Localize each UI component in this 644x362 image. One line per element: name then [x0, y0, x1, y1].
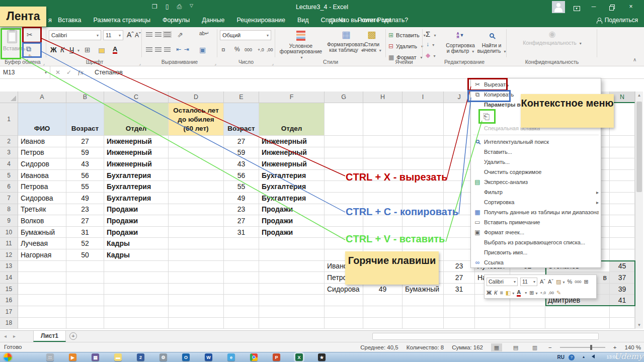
increase-decimal-icon[interactable]: +,0 [258, 48, 264, 52]
cell[interactable] [66, 295, 104, 306]
cell[interactable]: 23 [224, 204, 259, 216]
cell[interactable] [169, 261, 224, 273]
cell[interactable]: Бухгалтерия [104, 170, 169, 182]
cell[interactable] [403, 103, 444, 136]
cell[interactable]: 45 [610, 261, 635, 273]
select-all-corner[interactable] [0, 92, 18, 103]
mini-merge-icon[interactable]: ⊞ [584, 279, 589, 285]
cell[interactable]: 27 [224, 215, 259, 227]
row-header[interactable]: 3 [0, 147, 18, 159]
row-header[interactable]: 4 [0, 158, 18, 170]
menu-item-delete-cells[interactable]: Удалить... [471, 157, 601, 167]
dialog-launcher-icon[interactable]: ⌟ [139, 61, 141, 66]
cell[interactable]: 59 [66, 147, 104, 159]
mini-font-color-dropdown-icon[interactable]: ▾ [525, 291, 527, 295]
taskbar-media-player[interactable]: ▶ [69, 353, 76, 361]
cell[interactable]: 39 [610, 284, 635, 295]
menu-item-pick-from-list[interactable]: Выбрать из раскрывающегося списка... [471, 237, 601, 247]
tray-expand-icon[interactable]: ▴ [583, 354, 585, 359]
cell[interactable] [259, 306, 325, 318]
mini-italic-icon[interactable]: К [494, 290, 497, 296]
underline-dropdown-icon[interactable]: ▾ [77, 49, 79, 53]
close-button[interactable]: × [624, 3, 638, 10]
cell[interactable]: 49 [363, 284, 403, 295]
menu-item-format-cells[interactable]: ▣Формат ячеек... [471, 227, 601, 237]
paste-button[interactable]: Вставить [3, 29, 21, 58]
cell[interactable] [610, 136, 635, 147]
font-color-icon[interactable]: А [113, 46, 117, 54]
column-header[interactable]: I [403, 92, 444, 103]
cell[interactable] [169, 238, 224, 249]
menu-item-clear-contents[interactable]: Очистить содержимое [471, 167, 601, 177]
cell[interactable] [610, 170, 635, 182]
cell[interactable] [259, 261, 325, 273]
row-header[interactable]: 8 [0, 204, 18, 216]
cell[interactable] [66, 272, 104, 284]
cell[interactable] [403, 318, 444, 329]
cell[interactable] [325, 147, 363, 159]
minimize-button[interactable]: ─ [587, 3, 601, 10]
currency-icon[interactable]: ¤ [221, 46, 225, 53]
cell[interactable] [259, 272, 325, 284]
cell[interactable] [403, 136, 444, 147]
cell[interactable] [169, 193, 224, 204]
ribbon-tab[interactable]: Рецензирование [236, 17, 285, 24]
cell[interactable]: Сидорова [325, 284, 363, 295]
cell[interactable] [169, 170, 224, 182]
cell[interactable]: Инженерный [104, 136, 169, 147]
mini-brush-icon[interactable]: ✎ [556, 290, 561, 296]
decrease-decimal-icon[interactable]: ,00 [267, 48, 273, 52]
column-header[interactable]: E [224, 92, 259, 103]
scroll-up-icon[interactable]: ▲ [635, 93, 643, 98]
cell-styles-button[interactable]: ▩ Стили ячеек ▾ [360, 29, 383, 53]
share-button[interactable]: Поделиться [596, 17, 638, 24]
dialog-launcher-icon[interactable]: ⌟ [43, 61, 45, 66]
autosum-icon[interactable]: Σ ▾ [426, 30, 436, 38]
taskbar-photoshop[interactable]: 2 [137, 353, 144, 361]
taskbar-word[interactable]: W [205, 353, 212, 361]
cell[interactable]: 27 [444, 272, 475, 284]
zoom-out-icon[interactable]: − [548, 344, 552, 350]
cell[interactable] [224, 295, 259, 306]
orientation-icon[interactable]: ⇗ [177, 31, 183, 38]
cell[interactable]: Инженерный [259, 147, 325, 159]
menu-item-cut[interactable]: ✂Вырезать [471, 79, 601, 89]
cell[interactable]: Нагорная [18, 249, 66, 261]
formula-input[interactable]: Степанов [91, 66, 644, 78]
cell[interactable] [66, 318, 104, 329]
ribbon-tab[interactable]: Данные [202, 17, 224, 24]
row-header[interactable]: 12 [0, 249, 18, 261]
cell[interactable]: Инженерный [104, 158, 169, 170]
row-header[interactable]: 6 [0, 181, 18, 193]
cell[interactable] [224, 249, 259, 261]
dialog-launcher-icon[interactable]: ⌟ [272, 61, 274, 66]
cell[interactable]: ФИО [18, 103, 66, 136]
row-header[interactable]: 18 [0, 318, 18, 329]
copy-icon[interactable]: ⧉ [26, 45, 31, 52]
cell[interactable]: Бумажный [18, 227, 66, 238]
restore-button[interactable] [605, 4, 619, 11]
start-button[interactable] [4, 353, 12, 361]
cell[interactable] [363, 306, 403, 318]
mini-thousands-icon[interactable]: 000 [575, 280, 581, 284]
align-right-icon[interactable] [164, 47, 171, 52]
taskbar-winrar[interactable]: ▤ [92, 353, 99, 361]
column-header[interactable]: A [18, 92, 66, 103]
cell[interactable] [363, 295, 403, 306]
insert-function-icon[interactable]: ƒx [77, 69, 83, 76]
cell[interactable] [18, 272, 66, 284]
cell[interactable]: 31 [444, 284, 475, 295]
cell[interactable]: Возраст [224, 103, 259, 136]
menu-item-insert-note[interactable]: ▭Вставить примечание [471, 217, 601, 227]
menu-item-define-name[interactable]: Присвоить имя... [471, 247, 601, 257]
cell[interactable] [510, 318, 545, 329]
cell[interactable] [169, 272, 224, 284]
cell[interactable] [610, 227, 635, 238]
cell[interactable] [325, 306, 363, 318]
mini-font-name-select[interactable]: Calibri▾ [487, 278, 518, 286]
confirm-entry-icon[interactable]: ✓ [66, 69, 71, 76]
ribbon-display-options-icon[interactable]: ▾ [570, 4, 584, 11]
cell[interactable]: 49 [66, 193, 104, 204]
cell[interactable] [475, 306, 510, 318]
cell[interactable]: 27 [66, 215, 104, 227]
